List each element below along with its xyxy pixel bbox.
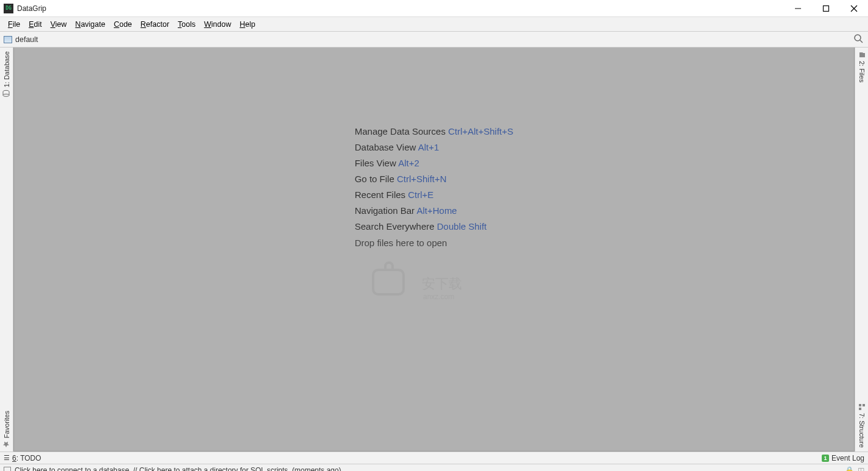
sidebar-tab-structure[interactable]: 7: Structure bbox=[855, 400, 868, 452]
window-controls bbox=[784, 0, 868, 17]
svg-line-5 bbox=[860, 40, 863, 43]
todo-tab[interactable]: 6: TODO bbox=[12, 454, 41, 462]
maximize-button[interactable] bbox=[812, 0, 840, 17]
sidebar-tab-database[interactable]: 1: Database bbox=[0, 48, 13, 101]
status-bar: Click here to connect to a database. // … bbox=[0, 464, 868, 471]
svg-rect-11 bbox=[863, 404, 865, 406]
welcome-navigation-bar[interactable]: Navigation Bar Alt+Home bbox=[355, 205, 514, 216]
svg-rect-1 bbox=[824, 5, 829, 11]
svg-text:安下载: 安下载 bbox=[422, 276, 462, 291]
menu-window[interactable]: Window bbox=[200, 19, 235, 30]
menu-help[interactable]: Help bbox=[236, 19, 260, 30]
menu-navigate[interactable]: Navigate bbox=[71, 19, 110, 30]
svg-point-4 bbox=[855, 35, 861, 41]
svg-rect-12 bbox=[859, 408, 861, 410]
memory-icon[interactable]: ◫ bbox=[858, 466, 864, 472]
menu-bar: File Edit View Navigate Code Refactor To… bbox=[0, 17, 868, 32]
menu-view[interactable]: View bbox=[46, 19, 71, 30]
minimize-button[interactable] bbox=[784, 0, 812, 17]
sidebar-tab-files[interactable]: 2: Files bbox=[855, 48, 868, 86]
menu-file[interactable]: File bbox=[4, 19, 24, 30]
left-sidebar: 1: Database Favorites bbox=[0, 48, 13, 452]
menu-tools[interactable]: Tools bbox=[173, 19, 200, 30]
svg-rect-10 bbox=[859, 404, 861, 406]
app-icon: DG bbox=[4, 4, 13, 13]
drop-files-hint: Drop files here to open bbox=[355, 238, 514, 248]
editor-area[interactable]: Manage Data Sources Ctrl+Alt+Shift+S Dat… bbox=[13, 48, 855, 452]
navigation-bar: default bbox=[0, 32, 868, 48]
welcome-go-to-file[interactable]: Go to File Ctrl+Shift+N bbox=[355, 174, 514, 184]
status-message[interactable]: Click here to connect to a database. // … bbox=[15, 466, 341, 472]
welcome-manage-data-sources[interactable]: Manage Data Sources Ctrl+Alt+Shift+S bbox=[355, 126, 514, 136]
event-log-icon: 1 bbox=[822, 455, 829, 462]
welcome-list: Manage Data Sources Ctrl+Alt+Shift+S Dat… bbox=[355, 121, 514, 253]
welcome-files-view[interactable]: Files View Alt+2 bbox=[355, 158, 514, 168]
welcome-recent-files[interactable]: Recent Files Ctrl+E bbox=[355, 189, 514, 200]
todo-icon: ☰ bbox=[4, 454, 10, 462]
menu-edit[interactable]: Edit bbox=[24, 19, 46, 30]
watermark-icon: 安下载 anxz.com bbox=[367, 258, 501, 306]
status-icon[interactable] bbox=[4, 467, 11, 472]
svg-text:anxz.com: anxz.com bbox=[423, 292, 454, 301]
bottom-toolbar: ☰ 6: TODO 1 Event Log bbox=[0, 452, 868, 464]
close-button[interactable] bbox=[840, 0, 868, 17]
menu-refactor[interactable]: Refactor bbox=[136, 19, 173, 30]
event-log-tab[interactable]: 1 Event Log bbox=[822, 454, 864, 462]
main-body: 1: Database Favorites Manage Data Source… bbox=[0, 48, 868, 452]
sidebar-tab-favorites[interactable]: Favorites bbox=[0, 407, 13, 452]
menu-code[interactable]: Code bbox=[110, 19, 136, 30]
svg-point-6 bbox=[4, 94, 10, 96]
svg-rect-7 bbox=[373, 270, 404, 294]
right-sidebar: 2: Files 7: Structure bbox=[855, 48, 868, 452]
title-bar: DG DataGrip bbox=[0, 0, 868, 17]
folder-icon bbox=[4, 36, 12, 43]
status-right-icons: 🔒 ◫ bbox=[845, 466, 864, 472]
app-title: DataGrip bbox=[17, 4, 46, 13]
nav-folder-name[interactable]: default bbox=[15, 35, 38, 44]
search-icon[interactable] bbox=[853, 34, 863, 46]
lock-icon[interactable]: 🔒 bbox=[845, 466, 854, 472]
welcome-database-view[interactable]: Database View Alt+1 bbox=[355, 142, 514, 152]
welcome-search-everywhere[interactable]: Search Everywhere Double Shift bbox=[355, 221, 514, 232]
